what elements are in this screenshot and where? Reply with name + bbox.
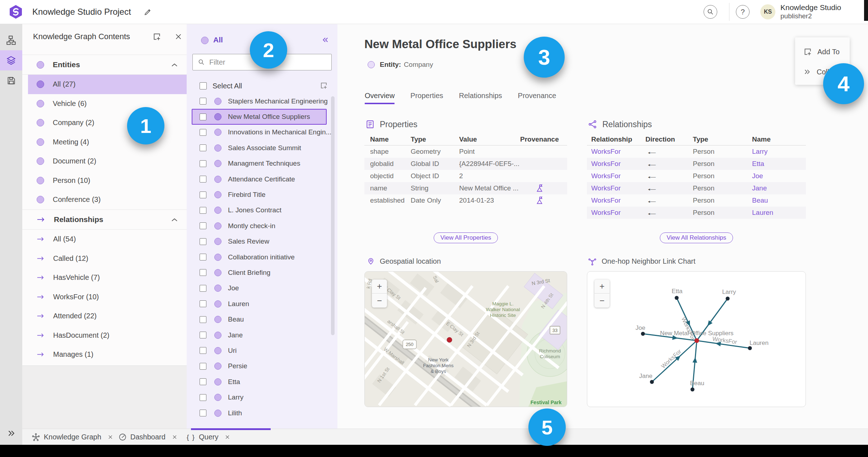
item-checkbox[interactable] bbox=[200, 347, 206, 354]
entity-instance-item[interactable]: Innovations in Mechanical Engin... bbox=[187, 125, 337, 140]
relationship-type-item[interactable]: HasVehicle (7) bbox=[22, 268, 187, 287]
relationship-type-item[interactable]: WorksFor (10) bbox=[22, 287, 187, 307]
node-joe[interactable] bbox=[641, 332, 645, 336]
relationship-type-item[interactable]: Attended (22) bbox=[22, 306, 187, 326]
add-to-new-icon[interactable] bbox=[319, 81, 328, 90]
item-checkbox[interactable] bbox=[200, 160, 206, 167]
expand-rail-button[interactable] bbox=[0, 423, 22, 443]
item-checkbox[interactable] bbox=[200, 129, 206, 136]
detail-tab[interactable]: Provenance bbox=[518, 88, 556, 104]
entity-instance-item[interactable]: Etta bbox=[187, 374, 337, 389]
entity-type-item[interactable]: Document (2) bbox=[22, 152, 187, 171]
entity-type-item[interactable]: All (27) bbox=[28, 75, 187, 94]
related-name-link[interactable]: Joe bbox=[752, 172, 763, 180]
select-all-checkbox[interactable] bbox=[200, 82, 207, 89]
list-scrollbar[interactable] bbox=[331, 96, 335, 335]
geospatial-map[interactable]: k Rd W Clay St Sal arshall St W Marshall… bbox=[364, 271, 567, 407]
entities-section-header[interactable]: Entities bbox=[22, 55, 187, 75]
search-button[interactable] bbox=[704, 5, 717, 19]
zoom-in-button[interactable]: + bbox=[372, 280, 387, 294]
item-checkbox[interactable] bbox=[200, 207, 206, 214]
node-larry[interactable] bbox=[726, 297, 730, 301]
entity-instance-item[interactable]: Joe bbox=[187, 281, 337, 296]
add-to-menu-item[interactable]: Add To bbox=[795, 45, 850, 59]
entity-instance-item[interactable]: Larry bbox=[187, 389, 337, 405]
entity-instance-item[interactable]: Jane bbox=[187, 327, 337, 343]
node-jane[interactable] bbox=[650, 380, 654, 384]
node-lauren[interactable] bbox=[748, 346, 752, 350]
zoom-out-button[interactable]: − bbox=[594, 294, 610, 308]
item-checkbox[interactable] bbox=[200, 98, 206, 105]
entity-instance-item[interactable]: Uri bbox=[187, 343, 337, 358]
entity-type-item[interactable]: Person (10) bbox=[22, 171, 187, 190]
view-all-properties-button[interactable]: View All Properties bbox=[434, 232, 498, 243]
entity-instance-item[interactable]: Beau bbox=[187, 311, 337, 327]
node-etta[interactable] bbox=[675, 296, 679, 300]
related-name-link[interactable]: Beau bbox=[752, 197, 768, 204]
help-button[interactable]: ? bbox=[736, 5, 750, 19]
zoom-in-button[interactable]: + bbox=[594, 280, 610, 294]
chevron-up-icon[interactable] bbox=[171, 217, 178, 223]
item-checkbox[interactable] bbox=[200, 144, 206, 151]
detail-tab[interactable]: Relationships bbox=[459, 88, 502, 104]
close-tab-icon[interactable] bbox=[225, 434, 230, 440]
item-checkbox[interactable] bbox=[200, 254, 206, 260]
entity-instance-item[interactable]: Lauren bbox=[187, 296, 337, 311]
relationship-link[interactable]: WorksFor bbox=[591, 209, 621, 216]
view-all-relationships-button[interactable]: View All Relationships bbox=[660, 232, 733, 243]
item-checkbox[interactable] bbox=[200, 238, 206, 245]
related-name-link[interactable]: Lauren bbox=[752, 209, 773, 216]
item-checkbox[interactable] bbox=[200, 394, 206, 401]
item-checkbox[interactable] bbox=[200, 300, 206, 307]
tab-dashboard[interactable]: Dashboard bbox=[118, 429, 177, 445]
entity-instance-item[interactable]: Collaboration initiative bbox=[187, 249, 337, 265]
entity-type-item[interactable]: Conference (3) bbox=[22, 190, 187, 209]
entity-instance-item[interactable]: Persie bbox=[187, 359, 337, 374]
close-tab-icon[interactable] bbox=[108, 434, 113, 440]
entity-type-item[interactable]: Meeting (4) bbox=[22, 133, 187, 152]
save-button[interactable] bbox=[0, 70, 22, 91]
zoom-out-button[interactable]: − bbox=[372, 294, 387, 308]
entity-instance-item[interactable]: Sales Review bbox=[187, 234, 337, 249]
collapse-panel-icon[interactable] bbox=[321, 36, 330, 44]
entity-instance-item[interactable]: New Metal Office Suppliers bbox=[192, 109, 327, 124]
item-checkbox[interactable] bbox=[200, 332, 206, 338]
relationship-type-item[interactable]: Manages (1) bbox=[22, 345, 187, 364]
contents-view-button[interactable] bbox=[0, 50, 22, 70]
item-checkbox[interactable] bbox=[200, 285, 206, 292]
entity-type-item[interactable]: Vehicle (6) bbox=[22, 94, 187, 114]
relationship-link[interactable]: WorksFor bbox=[591, 184, 621, 192]
node-beau[interactable] bbox=[691, 388, 695, 392]
item-checkbox[interactable] bbox=[200, 114, 206, 120]
entity-instance-item[interactable]: L. Jones Contract bbox=[187, 203, 337, 218]
edit-title-button[interactable] bbox=[144, 8, 152, 16]
relationship-link[interactable]: WorksFor bbox=[591, 148, 621, 155]
item-checkbox[interactable] bbox=[200, 378, 206, 385]
relationship-link[interactable]: WorksFor bbox=[591, 172, 621, 180]
item-checkbox[interactable] bbox=[200, 191, 206, 198]
close-tab-icon[interactable] bbox=[172, 434, 177, 440]
item-checkbox[interactable] bbox=[200, 176, 206, 183]
relationship-type-item[interactable]: All (54) bbox=[22, 230, 187, 249]
entity-instance-item[interactable]: Montly check-in bbox=[187, 218, 337, 234]
entity-instance-item[interactable]: Firebird Title bbox=[187, 187, 337, 202]
relationships-section-header[interactable]: Relationships bbox=[22, 209, 187, 230]
relationship-type-item[interactable]: Called (12) bbox=[22, 249, 187, 268]
entity-instance-item[interactable]: Managment Techniques bbox=[187, 156, 337, 171]
relationship-type-item[interactable]: HasDocument (2) bbox=[22, 326, 187, 345]
chevron-up-icon[interactable] bbox=[171, 62, 178, 68]
tab-query[interactable]: { } Query bbox=[187, 429, 230, 445]
item-checkbox[interactable] bbox=[200, 410, 206, 416]
schema-view-button[interactable] bbox=[0, 30, 22, 50]
item-checkbox[interactable] bbox=[200, 269, 206, 276]
provenance-flag-icon[interactable] bbox=[535, 184, 544, 193]
entity-instance-item[interactable]: Client Briefing bbox=[187, 265, 337, 280]
detail-tab[interactable]: Properties bbox=[410, 88, 443, 104]
provenance-flag-icon[interactable] bbox=[535, 196, 544, 205]
detail-tab[interactable]: Overview bbox=[365, 88, 395, 104]
item-checkbox[interactable] bbox=[200, 363, 206, 370]
related-name-link[interactable]: Larry bbox=[752, 148, 767, 155]
item-checkbox[interactable] bbox=[200, 316, 206, 323]
link-chart[interactable]: Etta Larry Joe Jane Beau New Metal Offic… bbox=[587, 271, 806, 407]
related-name-link[interactable]: Jane bbox=[752, 184, 767, 192]
